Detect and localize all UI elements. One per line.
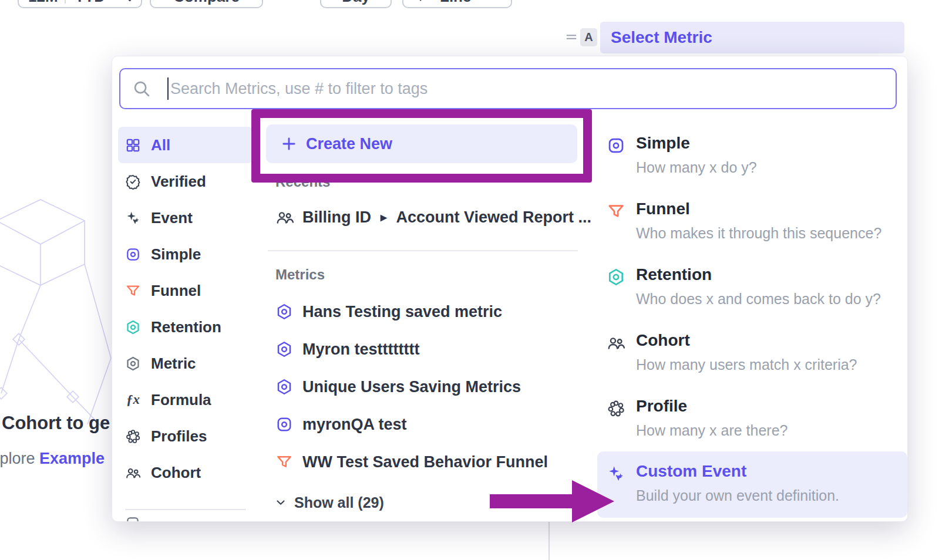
retention-hexagon-icon [607, 268, 625, 286]
grid-icon [125, 137, 141, 153]
segment-divider [65, 0, 66, 4]
metric-hexagon-purple-icon [275, 340, 293, 358]
section-divider [268, 250, 578, 251]
sidebar-item-retention[interactable]: Retention [118, 309, 253, 345]
sidebar-item-label: Metric [151, 355, 196, 373]
recent-source: Billing ID [302, 208, 371, 227]
metrics-header: Metrics [275, 266, 325, 283]
sidebar-item-label: Profiles [151, 427, 207, 446]
type-label: Cohort [636, 331, 690, 350]
type-label: Simple [636, 134, 690, 153]
empty-state-headline: Cohort to ge [2, 413, 110, 434]
metric-picker-dialog: All Verified Event Simple Funnel Retenti… [112, 56, 908, 522]
metric-list-item[interactable]: myronQA test [275, 406, 582, 443]
custom-event-sparkle-icon [607, 464, 625, 483]
simple-square-icon [607, 136, 625, 155]
example-link[interactable]: Example [39, 450, 105, 467]
partial-icon [125, 515, 140, 522]
verified-badge-icon [125, 174, 141, 190]
plus-icon [281, 136, 297, 151]
metric-type-funnel[interactable]: Funnel Who makes it through this sequenc… [597, 197, 907, 263]
compare-label: Compare [151, 0, 262, 6]
profiles-flower-icon [125, 429, 141, 444]
sidebar-item-label: Retention [151, 318, 221, 336]
metric-type-retention[interactable]: Retention Who does x and comes back to d… [597, 263, 907, 329]
chevron-down-icon [274, 496, 287, 509]
metric-list-item[interactable]: Hans Testing saved metric [275, 293, 582, 330]
type-description: How many x do y? [636, 159, 757, 176]
recent-event: Account Viewed Report ... [396, 208, 592, 227]
metric-label: myronQA test [302, 416, 407, 434]
search-box[interactable] [119, 68, 897, 109]
sidebar-item-event[interactable]: Event [118, 200, 253, 236]
explore-text: xplore [0, 450, 35, 467]
create-new-button[interactable]: Create New [266, 124, 577, 163]
chart-type-button[interactable]: Line [402, 0, 512, 8]
chevron-down-icon [124, 0, 135, 5]
date-range-button-group[interactable]: 12M YTD [18, 0, 142, 8]
type-label: Custom Event [636, 462, 746, 481]
sidebar-item-label: All [151, 136, 170, 154]
sidebar-item-cohort[interactable]: Cohort [118, 454, 253, 491]
funnel-icon [275, 453, 293, 471]
type-label: Retention [636, 265, 712, 284]
sidebar-item-label: Formula [151, 391, 211, 409]
profiles-flower-icon [607, 399, 625, 418]
type-description: How many users match x criteria? [636, 356, 857, 373]
sidebar-item-formula[interactable]: ƒx Formula [118, 382, 253, 418]
type-label: Funnel [636, 200, 690, 218]
sidebar-item-metric[interactable]: Metric [118, 345, 253, 382]
type-description: Who does x and comes back to do y? [636, 291, 881, 308]
metric-hexagon-icon [125, 356, 141, 372]
sidebar-item-label: Verified [151, 173, 206, 191]
recent-item[interactable]: Billing ID ▸ Account Viewed Report ... [275, 202, 591, 232]
granularity-button[interactable]: Day [320, 0, 392, 8]
metric-hexagon-purple-icon [275, 303, 293, 321]
type-description: Who makes it through this sequence? [636, 225, 881, 242]
screen: 12M YTD Compare Day Line A Select Metric… [0, 0, 949, 560]
recents-header: Recents [275, 174, 330, 190]
line-chart-icon [419, 0, 433, 4]
show-all-label: Show all (29) [294, 494, 384, 511]
sidebar-item-funnel[interactable]: Funnel [118, 272, 253, 309]
type-description: How many x are there? [636, 422, 788, 439]
metric-type-simple[interactable]: Simple How many x do y? [597, 131, 907, 197]
sidebar-item-partial[interactable] [125, 515, 140, 522]
text-cursor [167, 77, 169, 100]
metric-list-item[interactable]: Myron testttttttt [275, 330, 582, 368]
metric-list-item[interactable]: WW Test Saved Behavior Funnel [275, 443, 582, 481]
sidebar-item-verified[interactable]: Verified [118, 163, 253, 200]
sidebar-item-label: Cohort [151, 464, 201, 482]
simple-square-icon [275, 416, 293, 433]
sidebar-item-profiles[interactable]: Profiles [118, 418, 253, 454]
search-icon [132, 79, 151, 98]
breadcrumb-arrow-icon: ▸ [379, 210, 388, 224]
metric-label: Unique Users Saving Metrics [302, 378, 521, 396]
sidebar-item-simple[interactable]: Simple [118, 236, 253, 272]
metric-type-profile[interactable]: Profile How many x are there? [597, 394, 907, 460]
formula-fx-icon: ƒx [125, 392, 141, 407]
metric-list-item[interactable]: Unique Users Saving Metrics [275, 368, 582, 406]
range-ytd-label[interactable]: YTD [75, 0, 105, 6]
metric-label: Myron testttttttt [302, 340, 419, 359]
metric-type-cohort[interactable]: Cohort How many users match x criteria? [597, 329, 907, 394]
sidebar-item-all[interactable]: All [118, 127, 253, 163]
metric-type-custom-event[interactable]: Custom Event Build your own event defini… [597, 451, 907, 518]
show-all-toggle[interactable]: Show all (29) [274, 491, 384, 514]
simple-square-icon [125, 247, 141, 262]
sidebar-divider [125, 509, 246, 510]
type-label: Profile [636, 397, 687, 416]
granularity-label: Day [321, 0, 391, 6]
metric-label: Hans Testing saved metric [302, 303, 502, 321]
sidebar-item-label: Simple [151, 245, 201, 264]
drag-handle-icon[interactable] [565, 31, 578, 43]
range-12m-label[interactable]: 12M [28, 0, 58, 6]
empty-state-subtext: xplore Example [0, 450, 105, 468]
series-letter-badge: A [580, 28, 597, 46]
select-metric-button[interactable]: Select Metric [600, 22, 904, 53]
compare-button[interactable]: Compare [150, 0, 263, 8]
sidebar-item-label: Event [151, 209, 193, 227]
cohort-people-icon [275, 208, 294, 227]
event-sparkle-icon [125, 210, 141, 226]
search-input[interactable] [170, 80, 896, 98]
